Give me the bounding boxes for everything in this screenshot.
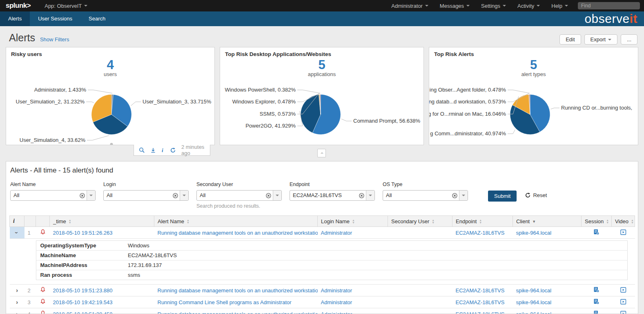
tab-alerts[interactable]: Alerts: [0, 11, 30, 26]
edit-button[interactable]: Edit: [559, 34, 581, 45]
alert-bell-icon: [40, 229, 46, 235]
endpoint-link[interactable]: EC2AMAZ-18L6TVS: [456, 299, 505, 305]
filter-dropdown[interactable]: All: [383, 190, 468, 201]
filter-label: Endpoint: [290, 182, 375, 187]
time-link[interactable]: 2018-05-10 19:51:26.263: [53, 230, 113, 236]
export-icon[interactable]: [150, 147, 156, 153]
clear-filter-button[interactable]: [357, 193, 366, 198]
column-header-secondary-user[interactable]: Secondary User▲▼: [388, 216, 452, 227]
session-icon[interactable]: [593, 310, 599, 314]
refresh-icon[interactable]: [170, 147, 176, 153]
login-name-link[interactable]: Administrator: [321, 287, 352, 294]
clear-icon[interactable]: [80, 193, 85, 198]
tab-search[interactable]: Search: [80, 11, 114, 26]
time-link[interactable]: 2018-05-10 19:51:28.450: [53, 311, 113, 314]
sort-desc-icon: ▼: [532, 220, 536, 223]
dropdown-caret-button[interactable]: [273, 191, 281, 200]
time-link[interactable]: 2018-05-10 19:51:23.880: [53, 287, 113, 294]
open-in-search-icon[interactable]: [139, 147, 145, 153]
sort-icon: ▲▼: [69, 219, 71, 224]
alert-name-link[interactable]: Running database management tools on an …: [158, 230, 318, 236]
row-expander[interactable]: ›: [10, 296, 25, 308]
alert-bell-cell: [36, 308, 50, 314]
column-header-video[interactable]: Video▲▼: [612, 216, 635, 227]
column-header-alert-name[interactable]: Alert Name▲▼: [154, 216, 318, 227]
column-header-session[interactable]: Session▲▼: [582, 216, 612, 227]
row-expander[interactable]: ›: [10, 285, 25, 296]
find-input[interactable]: [578, 2, 640, 9]
filter-dropdown[interactable]: All: [196, 190, 282, 201]
show-filters-link[interactable]: Show Filters: [40, 36, 69, 43]
submit-button[interactable]: Submit: [488, 191, 517, 202]
dropdown-caret-button[interactable]: [459, 191, 468, 200]
filter-dropdown[interactable]: All: [103, 190, 189, 201]
login-name-link[interactable]: Administrator: [321, 230, 352, 236]
detail-key: MachineIPAddress: [36, 260, 124, 270]
app-menu[interactable]: App: ObserveIT: [45, 3, 87, 9]
clear-icon[interactable]: [173, 193, 178, 198]
clear-filter-button[interactable]: [171, 193, 180, 198]
clear-filter-button[interactable]: [450, 193, 459, 198]
column-header--time[interactable]: _time▲▼: [50, 216, 154, 227]
login-name-link[interactable]: Administrator: [321, 299, 352, 305]
login-name-link[interactable]: Administrator: [321, 311, 352, 314]
filter-value: All: [197, 191, 264, 200]
top-menu-settings[interactable]: Settings: [481, 3, 506, 9]
sort-icon: ▲▼: [606, 219, 609, 224]
detail-key: OperatingSystemType: [36, 241, 124, 251]
top-menu-activity[interactable]: Activity: [517, 3, 540, 9]
endpoint-link[interactable]: EC2AMAZ-18L6TVS: [456, 311, 505, 314]
filter-dropdown[interactable]: All: [10, 190, 96, 201]
top-menu-help[interactable]: Help: [551, 3, 568, 9]
client-link[interactable]: spike-964.local: [516, 299, 552, 305]
refresh-icon[interactable]: [525, 192, 531, 198]
page-header: Alerts Show Filters EditExport...: [0, 26, 644, 45]
chevron-down-icon: [183, 195, 186, 196]
alert-name-link[interactable]: Running database management tools on an …: [158, 311, 318, 314]
video-play-icon[interactable]: [620, 287, 626, 293]
clear-filter-button[interactable]: [78, 193, 87, 198]
client-link[interactable]: spike-964.local: [516, 230, 552, 236]
time-link[interactable]: 2018-05-10 19:42:19.543: [53, 299, 113, 305]
client-link[interactable]: spike-964.local: [516, 311, 552, 314]
dropdown-caret-button[interactable]: [366, 191, 374, 200]
collapse-panel-button[interactable]: ›: [317, 149, 326, 157]
column-header-login-name[interactable]: Login Name▲▼: [318, 216, 388, 227]
chevron-down-icon: [462, 195, 465, 196]
secondary-user-cell: [388, 227, 452, 239]
clear-icon[interactable]: [452, 193, 457, 198]
filter-dropdown[interactable]: EC2AMAZ-18L6TVS: [290, 190, 375, 201]
top-menu-messages[interactable]: Messages: [440, 3, 470, 9]
video-play-icon[interactable]: [620, 299, 626, 305]
clear-filter-button[interactable]: [264, 193, 273, 198]
export-button[interactable]: Export: [584, 34, 618, 45]
dropdown-caret-button[interactable]: [180, 191, 188, 200]
chevron-down-icon: [537, 5, 540, 7]
dropdown-caret-button[interactable]: [87, 191, 95, 200]
clear-icon[interactable]: [266, 193, 271, 198]
column-header-client[interactable]: Client▼: [513, 216, 582, 227]
session-icon[interactable]: [593, 287, 599, 293]
alert-name-link[interactable]: Running database management tools on an …: [158, 287, 318, 294]
column-header-endpoint[interactable]: Endpoint▲▼: [452, 216, 513, 227]
clear-icon[interactable]: [359, 193, 364, 198]
endpoint-link[interactable]: EC2AMAZ-18L6TVS: [456, 287, 505, 294]
filter-endpoint: Endpoint EC2AMAZ-18L6TVS: [290, 182, 375, 201]
session-icon[interactable]: [593, 229, 599, 235]
endpoint-link[interactable]: EC2AMAZ-18L6TVS: [456, 230, 505, 236]
detail-key: MachineName: [36, 251, 124, 260]
trellis-dot[interactable]: [110, 143, 113, 145]
tab-user-sessions[interactable]: User Sessions: [30, 11, 80, 26]
video-play-icon[interactable]: [620, 311, 626, 314]
reset-button[interactable]: Reset: [525, 192, 547, 198]
session-icon[interactable]: [593, 298, 599, 305]
row-expander[interactable]: ›: [10, 227, 25, 239]
row-expander[interactable]: ›: [10, 308, 25, 314]
top-menu-administrator[interactable]: Administrator: [391, 3, 428, 9]
more-button[interactable]: ...: [621, 34, 637, 45]
video-play-icon[interactable]: [620, 229, 626, 235]
info-icon[interactable]: i: [161, 147, 165, 153]
client-link[interactable]: spike-964.local: [516, 287, 552, 294]
pie-leader-line: [131, 102, 141, 106]
alert-name-link[interactable]: Running Command Line Shell programs as A…: [158, 299, 292, 305]
